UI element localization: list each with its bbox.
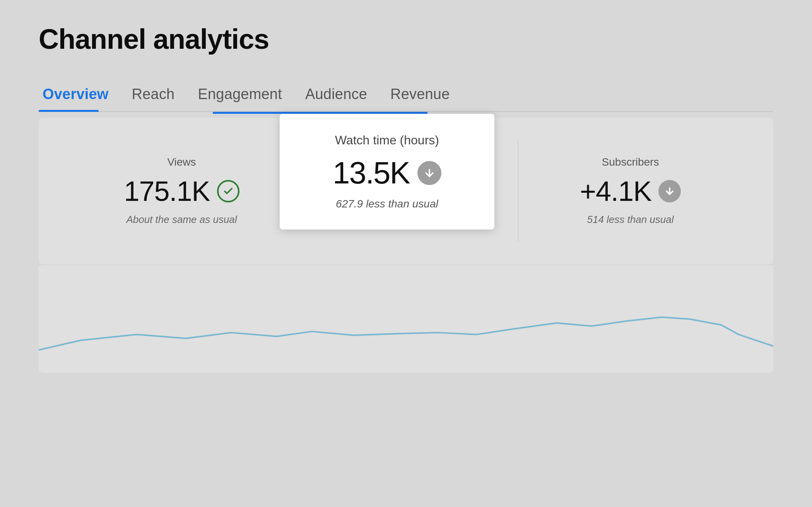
views-value-row: 175.1K [124, 175, 239, 207]
line-chart [39, 265, 773, 373]
metrics-section: Views 175.1K About the same as usual Wat… [39, 112, 773, 373]
tabs-nav: Overview Reach Engagement Audience Reven… [39, 78, 773, 112]
watch-time-tooltip-value-row: 13.5K [333, 155, 441, 191]
views-label: Views [167, 156, 196, 168]
metrics-cards: Views 175.1K About the same as usual Wat… [39, 118, 773, 265]
subscribers-down-icon [658, 180, 681, 202]
chart-area [39, 265, 773, 373]
watch-time-down-icon [417, 161, 441, 185]
watch-time-tooltip: Watch time (hours) 13.5K 627.9 less than… [280, 114, 494, 230]
subscribers-value-row: +4.1K [580, 175, 681, 207]
subscribers-card: Subscribers +4.1K 514 less than usual [518, 141, 742, 242]
subscribers-label: Subscribers [602, 156, 659, 168]
watch-time-tooltip-label: Watch time (hours) [335, 133, 439, 147]
watch-time-tooltip-number: 13.5K [333, 155, 410, 191]
tab-reach[interactable]: Reach [128, 78, 194, 111]
page-title: Channel analytics [39, 23, 773, 55]
views-number: 175.1K [124, 175, 210, 207]
watch-time-tooltip-sublabel: 627.9 less than usual [336, 198, 438, 210]
views-card: Views 175.1K About the same as usual [70, 141, 294, 242]
views-sublabel: About the same as usual [126, 212, 237, 226]
tab-overview[interactable]: Overview [39, 78, 128, 111]
views-check-icon [217, 180, 239, 202]
tab-revenue[interactable]: Revenue [386, 78, 469, 111]
subscribers-sublabel: 514 less than usual [587, 212, 674, 226]
tab-audience[interactable]: Audience [301, 78, 386, 111]
tab-engagement[interactable]: Engagement [194, 78, 301, 111]
subscribers-number: +4.1K [580, 175, 651, 207]
